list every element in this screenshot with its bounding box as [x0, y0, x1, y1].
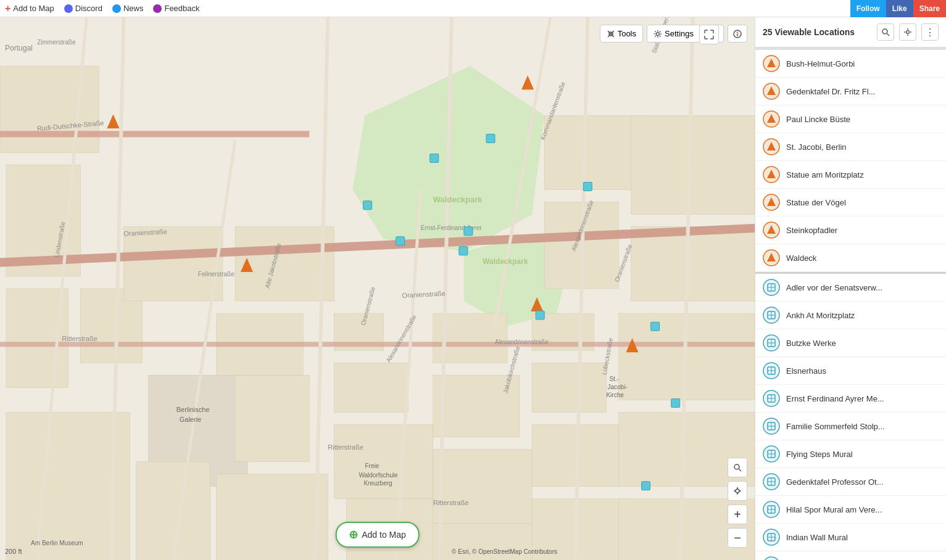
teal-marker-icon — [763, 445, 780, 463]
like-button[interactable]: Like — [886, 0, 913, 17]
tools-button[interactable]: Tools — [600, 25, 643, 43]
svg-rect-84 — [486, 134, 495, 142]
svg-line-101 — [739, 469, 742, 472]
zoom-in-button[interactable]: + — [728, 504, 747, 524]
svg-rect-13 — [235, 227, 334, 301]
discord-nav[interactable]: Discord — [64, 4, 102, 13]
svg-text:Feilnerstraße: Feilnerstraße — [198, 271, 234, 278]
list-item-name: Waldeck — [786, 253, 816, 263]
list-item-name: Statue am Moritzplatz — [786, 170, 864, 179]
search-icon — [733, 463, 742, 472]
news-nav[interactable]: News — [112, 4, 144, 13]
svg-text:Freie: Freie — [365, 463, 379, 469]
expand-button[interactable] — [699, 25, 719, 44]
list-item[interactable]: Statue der Vögel — [755, 189, 946, 216]
teal-marker-icon — [763, 556, 780, 560]
svg-text:Galerie: Galerie — [180, 416, 202, 423]
add-to-map-label: Add to Map — [362, 530, 406, 540]
list-item-name: Ankh At Moritzplatz — [786, 311, 855, 320]
svg-line-108 — [887, 34, 890, 36]
svg-rect-17 — [334, 425, 433, 499]
list-item[interactable]: Ernst Ferdinand Ayrer Me... — [755, 385, 946, 413]
svg-point-96 — [657, 32, 660, 35]
share-button[interactable]: Share — [913, 0, 946, 17]
attribution: © Esri, © OpenStreetMap Contributors — [452, 548, 557, 555]
list-item[interactable]: St. Jacobi, Berlin — [755, 133, 946, 161]
teal-marker-icon — [763, 334, 780, 352]
add-to-map-button[interactable]: ⊕ Add to Map — [335, 522, 420, 548]
list-item[interactable]: Statue am Moritzplatz — [755, 161, 946, 189]
add-to-map-nav[interactable]: + Add to Map — [5, 3, 54, 14]
svg-rect-3 — [0, 66, 99, 152]
list-item[interactable]: Paul Lincke Büste — [755, 105, 946, 133]
list-item-name: Flying Steps Mural — [786, 450, 853, 459]
sidebar-settings-button[interactable] — [899, 23, 916, 41]
list-item[interactable]: Gedenktafel Dr. Fritz Fl... — [755, 78, 946, 105]
list-item[interactable]: Waldeck — [755, 244, 946, 272]
svg-point-102 — [736, 489, 739, 493]
feedback-nav[interactable]: Feedback — [153, 4, 199, 13]
list-item[interactable]: Adler vor der Senatsverw... — [755, 274, 946, 302]
svg-rect-89 — [459, 247, 468, 255]
svg-rect-93 — [671, 398, 680, 407]
svg-rect-85 — [430, 154, 439, 162]
svg-rect-14 — [123, 227, 222, 301]
teal-marker-icon — [763, 390, 780, 407]
list-item-name: St. Jacobi, Berlin — [786, 142, 847, 152]
svg-rect-92 — [651, 322, 660, 331]
list-item[interactable]: Gedenktafel Professor Ot... — [755, 468, 946, 496]
list-item[interactable]: Elsnerhaus — [755, 357, 946, 385]
list-item[interactable]: Indian Wall Mural — [755, 524, 946, 551]
tools-label: Tools — [618, 29, 636, 38]
svg-rect-90 — [583, 183, 592, 191]
topbar-right-actions: Follow Like Share — [850, 0, 946, 17]
list-item[interactable]: Kamel im Sand — [755, 551, 946, 560]
svg-text:Alexandrinenstraße: Alexandrinenstraße — [495, 339, 549, 345]
list-item[interactable]: Flying Steps Mural — [755, 440, 946, 468]
list-item[interactable]: Bush-Helmut-Gorbi — [755, 50, 946, 78]
sidebar-search-icon — [881, 28, 890, 36]
list-item-name: Elsnerhaus — [786, 366, 826, 376]
settings-icon — [653, 30, 662, 38]
list-item[interactable]: Ankh At Moritzplatz — [755, 302, 946, 329]
list-item-name: Gedenktafel Professor Ot... — [786, 477, 884, 487]
svg-text:Jacobi-: Jacobi- — [607, 384, 627, 390]
sidebar-actions: ⋮ — [877, 23, 939, 41]
locate-button[interactable] — [728, 481, 747, 501]
map-area[interactable]: Rudi-Dutschke-Straße Oranienstraße Orani… — [0, 17, 755, 560]
svg-rect-16 — [334, 363, 408, 412]
list-item-name: Adler vor der Senatsverw... — [786, 283, 882, 292]
list-item-name: Butzke Werke — [786, 339, 836, 348]
sidebar-more-button[interactable]: ⋮ — [921, 23, 939, 41]
svg-point-166 — [763, 557, 779, 560]
settings-button[interactable]: Settings — [647, 25, 700, 43]
list-item[interactable]: Hilal Spor Mural am Vere... — [755, 496, 946, 524]
svg-point-109 — [907, 31, 910, 34]
tools-icon — [607, 30, 615, 38]
list-item-name: Indian Wall Mural — [786, 533, 848, 542]
scale-bar: 200 ft — [5, 548, 22, 555]
svg-text:Berlinische: Berlinische — [176, 406, 210, 413]
teal-marker-icon — [763, 529, 780, 546]
search-map-button[interactable] — [728, 458, 747, 477]
svg-rect-30 — [544, 115, 643, 189]
list-item-name: Ernst Ferdinand Ayrer Me... — [786, 394, 884, 403]
sidebar: 25 Viewable Locations ⋮ Bush-Helmut — [755, 17, 946, 560]
list-item[interactable]: Steinkopfadler — [755, 216, 946, 244]
discord-label: Discord — [75, 4, 102, 13]
zoom-out-button[interactable]: − — [728, 528, 747, 548]
sidebar-list: Bush-Helmut-Gorbi Gedenktafel Dr. Fritz … — [755, 50, 946, 560]
sidebar-settings-icon — [903, 28, 912, 36]
expand-icon — [704, 30, 714, 39]
orange-marker-icon — [763, 194, 780, 211]
svg-rect-86 — [363, 201, 371, 210]
svg-rect-91 — [536, 311, 544, 319]
list-item-name: Statue der Vögel — [786, 198, 846, 207]
zoom-out-label: − — [734, 531, 741, 545]
list-item[interactable]: Familie Sommerfeld Stolp... — [755, 413, 946, 440]
sidebar-search-button[interactable] — [877, 23, 894, 41]
list-item[interactable]: Butzke Werke — [755, 329, 946, 357]
follow-button[interactable]: Follow — [850, 0, 886, 17]
compass-button[interactable] — [728, 25, 747, 43]
teal-marker-icon — [763, 307, 780, 324]
